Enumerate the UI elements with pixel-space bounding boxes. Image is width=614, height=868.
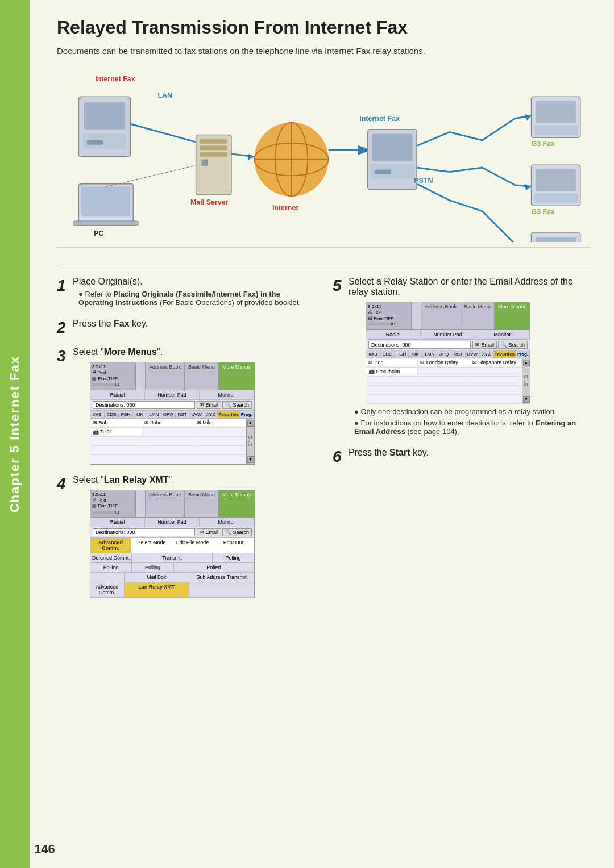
step5-alpha-cde[interactable]: CDE [380, 350, 395, 358]
step3-scrollbar[interactable]: ▲ 01/01 ▼ [246, 419, 254, 464]
step3-contact-john[interactable]: ✉ John [142, 419, 194, 426]
step3-alpha-cde[interactable]: CDE [105, 411, 119, 418]
step5-monitor[interactable]: Monitor [475, 330, 530, 339]
step-4-ui: 8.5x11🖨 Text▤ Fine,TIFFID Address Book B… [90, 490, 255, 599]
step4-dest-box: Destinations: 000 [93, 528, 195, 536]
step4-monitor[interactable]: Monitor [200, 518, 254, 527]
internet-fax-label-mid: Internet Fax [359, 115, 400, 123]
step-1-content: Place Original(s). Refer to Placing Orig… [73, 277, 311, 308]
step-2-content: Press the Fax key. [73, 319, 148, 331]
step5-tab-address[interactable]: Address Book [421, 302, 460, 329]
step-5-ui: 8.5x11🖨 Text▤ Fine,TIFFID Address Book B… [366, 302, 530, 404]
step3-contact-tel[interactable]: 📠 Tel01 [90, 428, 142, 435]
steps-container: 1 Place Original(s). Refer to Placing Or… [57, 277, 591, 608]
step3-alpha-fgh[interactable]: FGH [119, 411, 133, 418]
step3-alpha-fav[interactable]: Favorites [218, 411, 240, 418]
step5-alpha-uvw[interactable]: UVW [466, 350, 480, 358]
step4-subaddr[interactable]: Sub Address Transmit [189, 573, 254, 582]
step3-tab-address[interactable]: Address Book [145, 362, 184, 390]
step5-email-btn[interactable]: ✉ Email [472, 341, 497, 349]
step4-search-btn[interactable]: 🔍 Search [222, 528, 252, 536]
intro-text: Documents can be transmitted to fax stat… [57, 46, 591, 56]
step4-radial[interactable]: Radial [90, 518, 145, 527]
step4-email-btn[interactable]: ✉ Email [197, 528, 221, 536]
step5-dest-box: Destinations: 000 [368, 341, 471, 349]
step5-contact-london[interactable]: ✉ London Relay [418, 359, 470, 366]
step-1: 1 Place Original(s). Refer to Placing Or… [57, 277, 316, 308]
diagram-area: Internet Fax LAN PC Mail Server [57, 66, 591, 248]
step5-top-left: 8.5x11🖨 Text▤ Fine,TIFFID [366, 302, 412, 329]
step3-alpha-xyz[interactable]: XYZ [204, 411, 218, 418]
g3-fax-label-2: G3 Fax [531, 208, 555, 216]
step3-radial[interactable]: Radial [90, 390, 145, 399]
step5-numpad[interactable]: Number Pad [421, 330, 475, 339]
step-4: 4 Select "Lan Relay XMT". 8.5x11🖨 Text▤ … [57, 475, 316, 599]
step4-polling-label: Polling [90, 563, 132, 572]
step4-polling-top[interactable]: Polling [213, 553, 254, 562]
step3-tab-basic[interactable]: Basic Menu [184, 362, 218, 390]
step5-alpha-fgh[interactable]: FGH [395, 350, 409, 358]
step5-alpha-ijk[interactable]: IJK [409, 350, 423, 358]
step4-lan-relay-xmt[interactable]: Lan Relay XMT [125, 582, 189, 597]
step4-deferred[interactable]: Deferred Comm. [90, 553, 132, 562]
diagram-svg: Internet Fax LAN PC Mail Server [57, 66, 591, 242]
svg-rect-12 [200, 152, 227, 157]
step3-alpha-lmn[interactable]: LMN [147, 411, 161, 418]
step5-alpha-opq[interactable]: OPQ [437, 350, 451, 358]
step5-alpha-lmn[interactable]: LMN [423, 350, 437, 358]
step5-scrollbar[interactable]: ▲ 01/01 ▼ [522, 358, 530, 404]
step4-tab-basic[interactable]: Basic Menu [184, 490, 218, 518]
step3-contact-bob[interactable]: ✉ Bob [90, 419, 142, 426]
step5-alpha-fav[interactable]: Favorites [493, 350, 516, 358]
step5-scroll-down[interactable]: ▼ [523, 396, 530, 403]
step3-scroll-down[interactable]: ▼ [247, 456, 254, 463]
step5-search-btn[interactable]: 🔍 Search [498, 341, 528, 349]
step3-numpad[interactable]: Number Pad [145, 390, 200, 399]
step3-search-btn[interactable]: 🔍 Search [222, 401, 252, 409]
step5-contact-bob[interactable]: ✉ Bob [366, 359, 418, 366]
svg-rect-10 [200, 139, 227, 144]
step-3-ui: 8.5x11🖨 Text▤ Fine,TIFFID Address Book B… [90, 362, 255, 465]
step4-advanced-comm[interactable]: Advanced Comm. [90, 538, 131, 553]
step-4-main: Select "Lan Relay XMT". [73, 475, 255, 485]
step3-alpha-ab[interactable]: #AB [90, 411, 105, 418]
step5-tab-more[interactable]: More Menus [494, 302, 530, 329]
step5-contact-singapore[interactable]: ✉ Singapore Relay [470, 359, 522, 366]
step3-tab-more[interactable]: More Menus [218, 362, 254, 390]
step4-numpad[interactable]: Number Pad [145, 518, 200, 527]
step5-alpha-ab[interactable]: #AB [366, 350, 380, 358]
step4-tab-more[interactable]: More Menus [218, 490, 254, 518]
step3-email-btn[interactable]: ✉ Email [197, 401, 221, 409]
step4-select-mode[interactable]: Select Mode [131, 538, 172, 553]
step3-alpha-opq[interactable]: OPQ [161, 411, 176, 418]
step3-scroll-up[interactable]: ▲ [247, 420, 254, 427]
step4-mailbox[interactable]: Mail Box [125, 573, 189, 582]
step4-edit-file[interactable]: Edit File Mode [172, 538, 213, 553]
step4-top-left: 8.5x11🖨 Text▤ Fine,TIFFID [90, 490, 136, 518]
step3-alpha-prog[interactable]: Prog. [240, 411, 254, 418]
section-divider [57, 265, 591, 265]
step5-contact-stockholm[interactable]: 📠 Stockholm [366, 368, 418, 375]
step4-print-out[interactable]: Print Out [213, 538, 254, 553]
step4-polling-btn[interactable]: Polling [132, 563, 173, 572]
step5-alpha-xyz[interactable]: XYZ [480, 350, 494, 358]
step4-tab-address[interactable]: Address Book [145, 490, 184, 518]
step4-advanced-comm2: Advanced Comm. [90, 582, 125, 597]
step3-alpha-rst[interactable]: RST [176, 411, 190, 418]
step3-top-left: 8.5x11🖨 Text▤ Fine,TIFFID [90, 362, 136, 390]
step5-alpha-rst[interactable]: RST [451, 350, 466, 358]
step5-scroll-up[interactable]: ▲ [523, 360, 530, 366]
step-1-main: Place Original(s). [73, 277, 311, 287]
step4-empty [90, 573, 125, 582]
step5-radial[interactable]: Radial [366, 330, 421, 339]
step4-transmit[interactable]: Transmit [132, 553, 213, 562]
step3-contact-mike[interactable]: ✉ Mike [194, 419, 246, 426]
step4-polled[interactable]: Polled [174, 563, 255, 572]
step3-alpha-ijk[interactable]: IJK [133, 411, 147, 418]
step5-tab-basic[interactable]: Basic Menu [460, 302, 494, 329]
step5-alpha-prog[interactable]: Prog. [516, 350, 530, 358]
g3-fax-label-1: G3 Fax [531, 140, 555, 148]
step3-alpha-uvw[interactable]: UVW [190, 411, 204, 418]
step3-monitor[interactable]: Monitor [200, 390, 254, 399]
step-1-sub: Refer to Placing Originals (Facsimile/In… [78, 290, 311, 307]
